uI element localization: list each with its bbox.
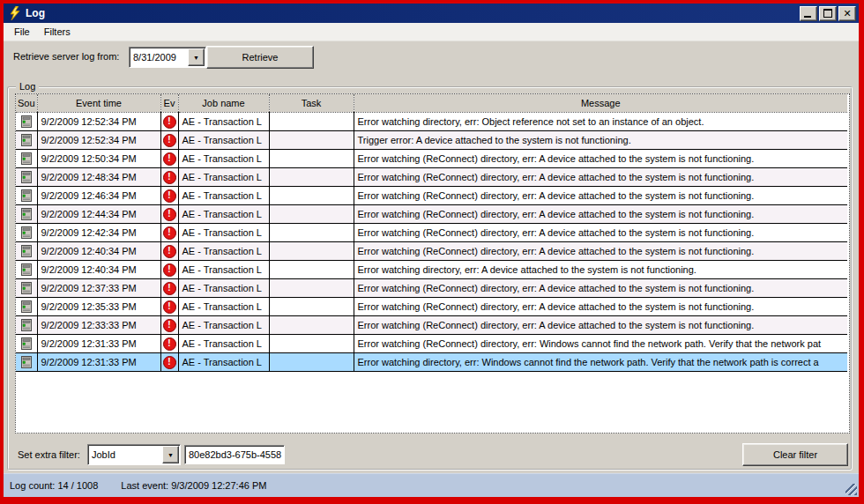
cell-event-time: 9/2/2009 12:37:33 PM	[37, 279, 160, 298]
cell-source	[16, 150, 37, 168]
device-log-source-icon	[20, 152, 33, 166]
filter-dropdown-button[interactable]: ▼	[162, 446, 179, 463]
cell-message: Error watching (ReConnect) directory, er…	[354, 335, 847, 353]
cell-event-time: 9/2/2009 12:50:34 PM	[37, 150, 160, 168]
retrieve-button[interactable]: Retrieve	[206, 46, 314, 69]
cell-task	[269, 168, 354, 187]
column-header-sou[interactable]: Sou	[16, 94, 37, 113]
cell-job-name: AE - Transaction L	[178, 353, 269, 372]
log-table-row[interactable]: 9/2/2009 12:44:34 PM ! AE - Transaction …	[16, 205, 847, 224]
log-table-row[interactable]: 9/2/2009 12:35:33 PM ! AE - Transaction …	[16, 298, 847, 316]
cell-event-time: 9/2/2009 12:52:34 PM	[37, 113, 160, 131]
error-exclamation-icon: !	[163, 208, 176, 221]
cell-job-name: AE - Transaction L	[178, 168, 269, 187]
cell-job-name: AE - Transaction L	[178, 205, 269, 224]
log-window: Log ✕ File Filters Retrieve server log f…	[4, 4, 859, 497]
column-header-event-time[interactable]: Event time	[37, 94, 160, 113]
cell-message: Error watching (ReConnect) directory, er…	[354, 205, 847, 224]
close-button[interactable]: ✕	[838, 6, 856, 21]
cell-job-name: AE - Transaction L	[178, 298, 269, 316]
cell-event-time: 9/2/2009 12:46:34 PM	[37, 187, 160, 205]
cell-event-time: 9/2/2009 12:44:34 PM	[37, 205, 160, 224]
title-bar[interactable]: Log ✕	[4, 4, 859, 23]
device-log-source-icon	[20, 263, 33, 277]
error-exclamation-icon: !	[163, 282, 176, 295]
cell-job-name: AE - Transaction L	[178, 224, 269, 242]
log-table-row[interactable]: 9/2/2009 12:48:34 PM ! AE - Transaction …	[16, 168, 847, 187]
log-table-row[interactable]: 9/2/2009 12:42:34 PM ! AE - Transaction …	[16, 224, 847, 242]
log-table-row[interactable]: 9/2/2009 12:46:34 PM ! AE - Transaction …	[16, 187, 847, 205]
column-header-message[interactable]: Message	[354, 94, 847, 113]
log-table-row[interactable]: 9/2/2009 12:33:33 PM ! AE - Transaction …	[16, 316, 847, 335]
log-table-row[interactable]: 9/2/2009 12:40:34 PM ! AE - Transaction …	[16, 261, 847, 279]
set-extra-filter-label: Set extra filter:	[18, 449, 80, 460]
cell-event-type: !	[160, 168, 178, 187]
date-value: 8/31/2009	[130, 52, 187, 63]
maximize-icon	[823, 9, 832, 18]
cell-event-time: 9/2/2009 12:48:34 PM	[37, 168, 160, 187]
menu-item-file[interactable]: File	[7, 25, 37, 39]
log-table-row[interactable]: 9/2/2009 12:40:34 PM ! AE - Transaction …	[16, 242, 847, 261]
cell-event-time: 9/2/2009 12:31:33 PM	[37, 335, 160, 353]
error-exclamation-icon: !	[163, 171, 176, 184]
device-log-source-icon	[20, 170, 33, 184]
client-area: Retrieve server log from: 8/31/2009 ▼ Re…	[4, 41, 859, 473]
error-exclamation-icon: !	[163, 263, 176, 277]
log-table-row[interactable]: 9/2/2009 12:52:34 PM ! AE - Transaction …	[16, 113, 847, 131]
cell-message: Error watching directory, err: Object re…	[354, 113, 847, 131]
date-dropdown-button[interactable]: ▼	[188, 48, 205, 66]
last-event-status: Last event: 9/3/2009 12:27:46 PM	[121, 480, 266, 491]
filter-value-input[interactable]: 80e82bd3-675b-4558	[184, 445, 285, 464]
log-table-row[interactable]: 9/2/2009 12:52:34 PM ! AE - Transaction …	[16, 131, 847, 150]
cell-message: Error watching directory, err: Windows c…	[354, 353, 847, 372]
cell-event-type: !	[160, 131, 178, 150]
column-header-job-name[interactable]: Job name	[178, 94, 269, 113]
filter-value-text: 80e82bd3-675b-4558	[185, 449, 284, 460]
maximize-button[interactable]	[819, 6, 837, 21]
log-table-row[interactable]: 9/2/2009 12:31:33 PM ! AE - Transaction …	[16, 353, 847, 372]
lightning-bolt-icon	[8, 6, 22, 20]
filter-field-combobox[interactable]: JobId ▼	[87, 444, 181, 465]
log-list-view: SouEvent timeEvJob nameTaskMessage 9/2/2…	[15, 93, 850, 434]
error-exclamation-icon: !	[163, 337, 176, 351]
cell-event-time: 9/2/2009 12:40:34 PM	[37, 242, 160, 261]
log-table-row[interactable]: 9/2/2009 12:37:33 PM ! AE - Transaction …	[16, 279, 847, 298]
window-title: Log	[26, 7, 800, 19]
cell-task	[269, 187, 354, 205]
cell-task	[269, 335, 354, 353]
error-exclamation-icon: !	[163, 245, 176, 258]
cell-source	[16, 279, 37, 298]
minimize-button[interactable]	[800, 6, 817, 21]
cell-message: Error watching (ReConnect) directory, er…	[354, 168, 847, 187]
resize-grip-icon[interactable]	[845, 484, 857, 495]
column-header-task[interactable]: Task	[269, 94, 354, 113]
device-log-source-icon	[20, 115, 33, 129]
error-exclamation-icon: !	[163, 226, 176, 240]
cell-task	[269, 131, 354, 150]
cell-task	[269, 261, 354, 279]
cell-source	[16, 316, 37, 335]
error-exclamation-icon: !	[163, 300, 176, 314]
cell-event-time: 9/2/2009 12:52:34 PM	[37, 131, 160, 150]
log-table: SouEvent timeEvJob nameTaskMessage 9/2/2…	[16, 94, 847, 372]
cell-source	[16, 168, 37, 187]
cell-event-type: !	[160, 113, 178, 131]
date-combobox[interactable]: 8/31/2009 ▼	[129, 47, 206, 68]
cell-source	[16, 187, 37, 205]
menu-item-filters[interactable]: Filters	[37, 25, 78, 39]
cell-message: Error watching (ReConnect) directory, er…	[354, 150, 847, 168]
cell-source	[16, 205, 37, 224]
device-log-source-icon	[20, 355, 33, 369]
cell-task	[269, 279, 354, 298]
column-header-ev[interactable]: Ev	[160, 94, 178, 113]
device-log-source-icon	[20, 133, 33, 147]
cell-job-name: AE - Transaction L	[178, 131, 269, 150]
filter-field-value: JobId	[88, 449, 161, 460]
cell-event-type: !	[160, 150, 178, 168]
log-table-row[interactable]: 9/2/2009 12:50:34 PM ! AE - Transaction …	[16, 150, 847, 168]
cell-source	[16, 113, 37, 131]
cell-task	[269, 205, 354, 224]
clear-filter-button[interactable]: Clear filter	[742, 443, 848, 466]
cell-task	[269, 316, 354, 335]
log-table-row[interactable]: 9/2/2009 12:31:33 PM ! AE - Transaction …	[16, 335, 847, 353]
